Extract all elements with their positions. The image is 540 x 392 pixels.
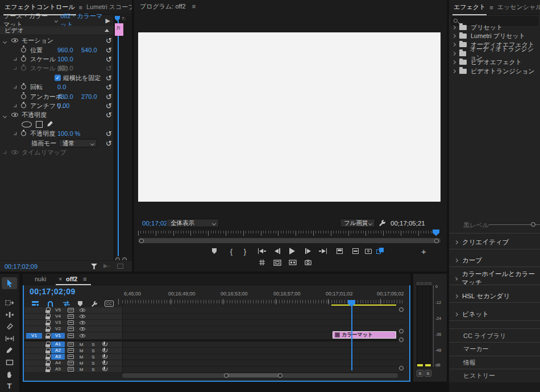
track-name-A1[interactable]: A1 <box>51 341 65 347</box>
reset-parameter-icon[interactable]: ↺ <box>106 111 112 119</box>
close-tab-icon[interactable]: × <box>59 276 62 282</box>
voiceover-record-icon[interactable] <box>102 366 107 372</box>
mute-button[interactable]: M <box>78 354 84 359</box>
transport-step-back-button[interactable] <box>271 247 284 256</box>
tab-lumetri-scopes[interactable]: Lumetri スコープ <box>86 3 132 11</box>
parameter-value[interactable]: 270.0 <box>81 93 97 100</box>
stopwatch-icon[interactable] <box>21 131 26 136</box>
stopwatch-icon[interactable] <box>21 85 26 90</box>
scrollbar-knob-right[interactable] <box>434 239 439 243</box>
add-button-icon[interactable]: + <box>421 247 426 256</box>
razor-tool[interactable] <box>2 320 17 332</box>
parameter-value[interactable]: 960.0 <box>57 47 73 53</box>
lumetri-section-2[interactable]: カーブ <box>449 254 540 266</box>
twirl-right-icon[interactable] <box>14 132 16 135</box>
track-header-A3[interactable]: A3MS <box>24 354 122 360</box>
vscroll-knob[interactable] <box>399 366 404 370</box>
track-header-V5[interactable]: V5 <box>24 307 122 314</box>
twirl-right-icon[interactable] <box>454 312 458 316</box>
reset-parameter-icon[interactable]: ↺ <box>106 102 112 109</box>
track-lock-icon[interactable] <box>45 354 50 360</box>
settings-wrench-icon[interactable] <box>379 219 386 228</box>
sync-lock-icon[interactable] <box>68 333 74 338</box>
panel-menu-icon[interactable]: ≡ <box>489 4 493 11</box>
vscroll-knob[interactable] <box>399 329 404 333</box>
ripple-edit-tool[interactable] <box>2 308 17 320</box>
track-header-V4[interactable]: V4 <box>24 314 122 320</box>
track-lock-icon[interactable] <box>45 341 50 347</box>
tab-effect-controls[interactable]: エフェクトコントロール <box>5 3 75 11</box>
track-name-A2[interactable]: A2 <box>51 348 65 353</box>
visibility-eye-icon[interactable] <box>11 150 18 154</box>
track-select-forward-tool[interactable] <box>2 297 17 308</box>
panel-tab-2[interactable]: マーカー <box>449 343 540 356</box>
effects-folder-1[interactable]: プリセット <box>449 23 540 32</box>
mute-button[interactable]: M <box>78 360 84 365</box>
slip-tool[interactable] <box>2 332 17 344</box>
timeline-timecode[interactable]: 00;17;02;09 <box>30 287 76 296</box>
track-lock-icon[interactable] <box>45 348 50 353</box>
reset-parameter-icon[interactable]: ↺ <box>106 130 112 137</box>
mute-button[interactable]: M <box>78 366 84 372</box>
selection-tool[interactable] <box>2 277 17 289</box>
track-lane-A5[interactable] <box>123 366 404 373</box>
sync-lock-icon[interactable] <box>68 342 74 347</box>
reset-parameter-icon[interactable]: ↺ <box>106 37 112 44</box>
track-output-eye-icon[interactable] <box>80 308 85 312</box>
type-tool[interactable]: T <box>2 380 17 392</box>
stopwatch-icon[interactable] <box>21 103 26 108</box>
sync-lock-icon[interactable] <box>68 361 74 365</box>
stopwatch-icon[interactable] <box>21 94 26 99</box>
sync-lock-icon[interactable] <box>68 367 74 372</box>
voiceover-record-icon[interactable] <box>102 360 107 366</box>
twirl-right-icon[interactable] <box>454 294 458 298</box>
stopwatch-icon[interactable] <box>21 47 26 52</box>
solo-button[interactable]: S <box>90 360 96 365</box>
timeline-horizontal-scrollbar[interactable] <box>122 373 398 378</box>
zoom-handle-right[interactable] <box>278 373 283 378</box>
sync-lock-icon[interactable] <box>68 355 74 359</box>
twirl-right-icon[interactable] <box>454 258 458 262</box>
black-level-slider-handle[interactable] <box>531 222 535 227</box>
timeline-ruler-ticks[interactable] <box>122 300 404 303</box>
parameter-value[interactable]: 480.0 <box>57 93 73 100</box>
timeline-clip-color-matte[interactable]: カラーマット <box>333 331 396 339</box>
rectangle-mask-button[interactable] <box>36 121 43 128</box>
stopwatch-icon[interactable] <box>21 66 26 71</box>
expand-right-icon[interactable]: ▶ <box>106 17 110 24</box>
export-icon[interactable] <box>117 264 123 269</box>
filter-properties-icon[interactable] <box>91 264 97 269</box>
twirl-right-icon[interactable] <box>14 67 16 70</box>
twirl-right-icon[interactable] <box>452 34 456 38</box>
vscroll-knob[interactable] <box>399 337 404 342</box>
track-lock-icon[interactable] <box>45 314 50 319</box>
track-header-V1[interactable]: V1V1 <box>24 332 122 340</box>
twirl-right-icon[interactable] <box>452 60 456 64</box>
track-lane-V5[interactable] <box>123 307 404 314</box>
hand-tool[interactable] <box>2 368 17 380</box>
output-settings-button[interactable] <box>271 258 284 267</box>
twirl-right-icon[interactable] <box>452 26 456 30</box>
work-area-bar[interactable] <box>331 305 396 306</box>
track-output-eye-icon[interactable] <box>80 334 85 337</box>
voiceover-record-icon[interactable] <box>102 341 107 347</box>
tab-essential-graphics[interactable]: エッセンシャルグラフ <box>497 3 540 11</box>
transport-mark-out-button[interactable]: } <box>239 247 251 256</box>
track-header-V2[interactable]: V2 <box>24 326 122 332</box>
transport-go-to-in-button[interactable] <box>256 247 268 256</box>
twirl-right-icon[interactable] <box>452 52 456 56</box>
track-header-A5[interactable]: A5MS <box>24 366 122 373</box>
reset-parameter-icon[interactable]: ↺ <box>106 84 112 91</box>
reset-parameter-icon[interactable]: ↺ <box>106 65 112 72</box>
vscroll-knob[interactable] <box>399 307 404 312</box>
transport-extract-button[interactable] <box>349 247 362 256</box>
mute-button[interactable]: M <box>78 348 84 353</box>
reset-parameter-icon[interactable]: ↺ <box>106 55 112 62</box>
track-lock-icon[interactable] <box>45 366 50 372</box>
twirl-right-icon[interactable] <box>454 277 458 281</box>
snapshot-button[interactable] <box>302 258 314 267</box>
video-section-header[interactable]: ビデオ <box>0 26 114 35</box>
track-lane-V4[interactable] <box>123 314 404 320</box>
reset-parameter-icon[interactable]: ↺ <box>106 139 112 147</box>
mini-clip[interactable]: カ <box>115 23 123 36</box>
